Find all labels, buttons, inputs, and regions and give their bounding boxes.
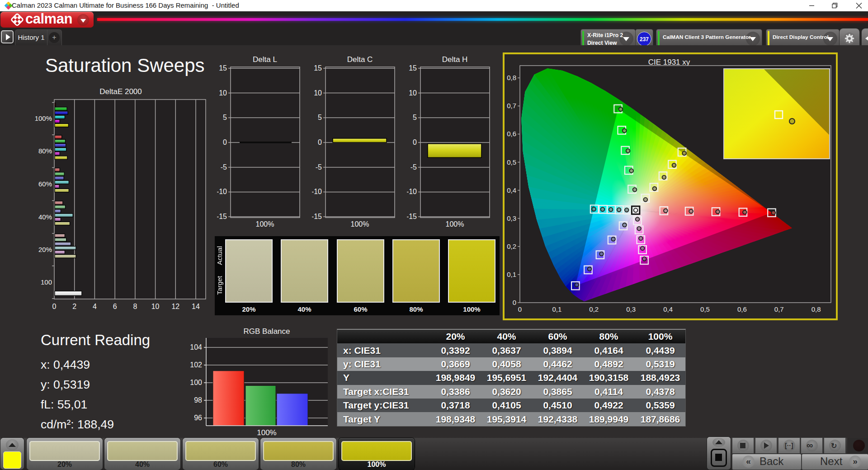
svg-text:-5: -5 xyxy=(410,163,417,171)
svg-text:Delta C: Delta C xyxy=(347,55,373,64)
svg-text:5: 5 xyxy=(413,114,417,121)
svg-text:100%: 100% xyxy=(257,428,276,435)
svg-text:Delta L: Delta L xyxy=(253,55,277,64)
svg-text:100: 100 xyxy=(190,379,202,386)
svg-text:8: 8 xyxy=(133,303,137,310)
svg-text:0: 0 xyxy=(52,303,57,310)
svg-text:-10: -10 xyxy=(407,188,417,195)
svg-text:0,2: 0,2 xyxy=(507,242,516,250)
svg-text:100: 100 xyxy=(41,278,52,286)
svg-text:12: 12 xyxy=(171,303,179,310)
svg-text:0,1: 0,1 xyxy=(552,305,561,313)
svg-text:0: 0 xyxy=(413,138,417,146)
svg-text:0: 0 xyxy=(223,138,227,146)
svg-text:40%: 40% xyxy=(38,213,52,221)
svg-text:15: 15 xyxy=(409,64,417,72)
svg-text:4: 4 xyxy=(93,303,97,310)
svg-text:0,1: 0,1 xyxy=(507,271,516,278)
svg-text:100%: 100% xyxy=(256,220,274,228)
svg-text:0,3: 0,3 xyxy=(507,214,516,222)
svg-text:RGB Balance: RGB Balance xyxy=(244,327,290,336)
svg-text:15: 15 xyxy=(219,64,227,72)
svg-text:0,8: 0,8 xyxy=(507,74,516,81)
svg-text:-15: -15 xyxy=(217,213,227,220)
svg-text:-5: -5 xyxy=(221,163,227,171)
svg-text:DeltaE 2000: DeltaE 2000 xyxy=(99,87,142,96)
svg-text:5: 5 xyxy=(223,114,227,121)
svg-text:0,2: 0,2 xyxy=(589,305,599,313)
svg-text:-5: -5 xyxy=(316,163,322,171)
svg-text:14: 14 xyxy=(192,303,200,310)
svg-text:0: 0 xyxy=(513,299,516,306)
svg-text:100%: 100% xyxy=(446,220,464,228)
svg-text:98: 98 xyxy=(194,396,202,404)
svg-text:-15: -15 xyxy=(407,213,417,220)
svg-text:0,5: 0,5 xyxy=(507,158,516,166)
svg-text:10: 10 xyxy=(409,89,417,97)
svg-text:15: 15 xyxy=(314,64,322,72)
svg-text:10: 10 xyxy=(219,89,227,97)
svg-text:96: 96 xyxy=(194,414,202,422)
svg-text:0: 0 xyxy=(518,305,522,313)
svg-text:0,4: 0,4 xyxy=(507,186,516,194)
svg-text:0,5: 0,5 xyxy=(700,305,710,313)
svg-text:-10: -10 xyxy=(312,188,322,195)
svg-text:0,4: 0,4 xyxy=(663,305,673,313)
svg-text:0,7: 0,7 xyxy=(507,102,516,109)
svg-text:0,3: 0,3 xyxy=(626,305,636,313)
svg-text:60%: 60% xyxy=(38,180,52,188)
svg-text:-10: -10 xyxy=(217,188,227,195)
svg-text:0: 0 xyxy=(318,138,322,146)
svg-text:6: 6 xyxy=(113,303,117,310)
svg-text:5: 5 xyxy=(318,114,322,121)
svg-text:10: 10 xyxy=(151,303,160,310)
svg-text:Delta H: Delta H xyxy=(442,55,468,64)
svg-text:80%: 80% xyxy=(38,147,52,155)
svg-text:102: 102 xyxy=(190,361,202,369)
svg-text:20%: 20% xyxy=(38,246,52,253)
svg-text:0,8: 0,8 xyxy=(811,305,821,313)
svg-text:0,7: 0,7 xyxy=(774,305,784,313)
svg-text:100%: 100% xyxy=(351,220,369,228)
svg-text:100%: 100% xyxy=(35,114,52,122)
svg-text:104: 104 xyxy=(190,343,202,351)
svg-text:-15: -15 xyxy=(312,213,322,220)
svg-text:10: 10 xyxy=(314,89,322,97)
svg-text:2: 2 xyxy=(72,303,76,310)
svg-text:0,6: 0,6 xyxy=(507,130,516,138)
svg-text:0,6: 0,6 xyxy=(737,305,747,313)
